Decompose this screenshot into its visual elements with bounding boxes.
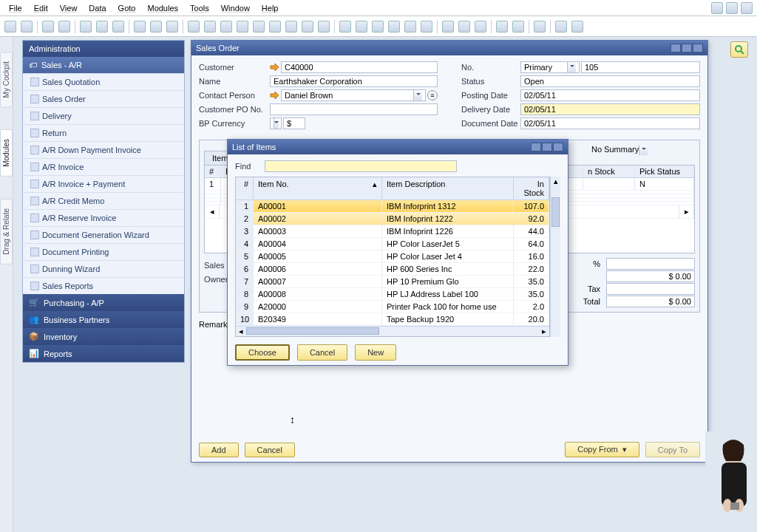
toolbar-icon[interactable] <box>134 21 146 33</box>
window-close-icon[interactable] <box>553 143 563 151</box>
bpcur-dd[interactable] <box>270 117 282 129</box>
nav-item-dunning-wizard[interactable]: Dunning Wizard <box>23 260 184 277</box>
list-col-stock[interactable]: In Stock <box>514 177 549 200</box>
list-hscroll[interactable]: ◂ ▸ <box>236 326 549 336</box>
toolbar-icon[interactable] <box>571 21 583 33</box>
pono-field[interactable] <box>270 103 438 115</box>
toolbar-icon[interactable] <box>21 21 33 33</box>
toolbar-icon[interactable] <box>188 21 200 33</box>
toolbar-icon[interactable] <box>4 21 16 33</box>
add-button[interactable]: Add <box>199 443 239 457</box>
search-button[interactable] <box>730 41 748 58</box>
list-row[interactable]: 9A20000Printer Pack 100 for home use2.0 <box>236 301 549 313</box>
toolbar-icon[interactable] <box>150 21 162 33</box>
list-row[interactable]: 3A00003IBM Infoprint 122644.0 <box>236 225 549 238</box>
menu-window[interactable]: Window <box>217 2 254 14</box>
menu-view[interactable]: View <box>55 2 82 14</box>
list-cancel-button[interactable]: Cancel <box>297 344 347 361</box>
toolbar-icon[interactable] <box>253 21 265 33</box>
toolbar-icon[interactable] <box>372 21 384 33</box>
nav-item-sales-quotation[interactable]: Sales Quotation <box>23 73 184 90</box>
toolbar-icon[interactable] <box>166 21 178 33</box>
menu-tools[interactable]: Tools <box>186 2 214 14</box>
pct-field[interactable] <box>606 258 695 270</box>
toolbar-help-icon[interactable] <box>534 21 546 33</box>
sales-order-titlebar[interactable]: Sales Order <box>191 41 707 55</box>
copy-to-button[interactable]: Copy To <box>645 442 700 457</box>
grid-col-pickstatus[interactable]: Pick Status <box>635 166 694 177</box>
docdate-field[interactable]: 02/05/11 <box>520 117 700 129</box>
menu-modules[interactable]: Modules <box>143 2 183 14</box>
nav-item-ar-reserve-invoice[interactable]: A/R Reserve Invoice <box>23 209 184 226</box>
sidetab-drag-relate[interactable]: Drag & Relate <box>0 199 13 265</box>
list-row[interactable]: 1A00001IBM Inforprint 1312107.0 <box>236 200 549 213</box>
toolbar-icon[interactable] <box>42 21 54 33</box>
link-arrow-icon[interactable] <box>270 63 279 72</box>
nav-item-sales-order[interactable]: Sales Order <box>23 90 184 107</box>
toolbar-icon[interactable] <box>96 21 108 33</box>
list-titlebar[interactable]: List of Items <box>228 140 568 154</box>
nav-item-ar-down-payment[interactable]: A/R Down Payment Invoice <box>23 141 184 158</box>
list-row[interactable]: 7A00007HP 10 Premium Glo35.0 <box>236 276 549 288</box>
window-close-icon[interactable] <box>693 44 703 52</box>
toolbar-icon[interactable] <box>220 21 232 33</box>
toolbar-icon[interactable] <box>237 21 248 33</box>
grid-col-instock[interactable]: n Stock <box>583 166 635 177</box>
list-col-desc[interactable]: Item Description <box>382 177 514 200</box>
toolbar-icon[interactable] <box>555 21 567 33</box>
toolbar-icon[interactable] <box>204 21 216 33</box>
list-row[interactable]: 5A00005HP Color Laser Jet 416.0 <box>236 250 549 263</box>
window-max-icon[interactable] <box>542 143 552 151</box>
toolbar-icon[interactable] <box>80 21 92 33</box>
list-row[interactable]: 8A00008HP LJ Address Label 10035.0 <box>236 288 549 301</box>
toolbar-icon[interactable] <box>442 21 454 33</box>
window-min-icon[interactable] <box>531 143 541 151</box>
list-vscroll[interactable]: ▴ <box>550 177 560 337</box>
nav-business-partners[interactable]: 👥Business Partners <box>23 311 184 328</box>
nav-item-ar-credit-memo[interactable]: A/R Credit Memo <box>23 192 184 209</box>
name-field[interactable]: Earthshaker Corporation <box>270 75 438 87</box>
new-button[interactable]: New <box>355 344 396 361</box>
toolbar-icon[interactable] <box>496 21 508 33</box>
nav-sales-ar[interactable]: 🏷Sales - A/R <box>23 57 184 73</box>
detail-icon[interactable]: ≡ <box>427 90 438 100</box>
nav-reports[interactable]: 📊Reports <box>23 345 184 362</box>
nav-item-doc-printing[interactable]: Document Printing <box>23 243 184 260</box>
dropdown-icon[interactable] <box>567 62 576 72</box>
list-col-itemno[interactable]: Item No.▴ <box>254 177 382 200</box>
menu-file[interactable]: File <box>4 2 27 14</box>
toolbar-icon[interactable] <box>58 21 70 33</box>
nav-purchasing[interactable]: 🛒Purchasing - A/P <box>23 294 184 311</box>
copy-from-button[interactable]: Copy From ▾ <box>565 442 639 457</box>
dropdown-icon[interactable] <box>274 118 279 129</box>
close-icon[interactable] <box>741 2 753 14</box>
bpcur-field[interactable]: $ <box>283 117 305 129</box>
toolbar-icon[interactable] <box>512 21 524 33</box>
list-row[interactable]: 2A00002IBM Infoprint 122292.0 <box>236 213 549 225</box>
grid-col-num[interactable]: # <box>205 166 221 177</box>
nav-item-ar-invoice[interactable]: A/R Invoice <box>23 158 184 175</box>
toolbar-icon[interactable] <box>269 21 281 33</box>
sidetab-cockpit[interactable]: My Cockpit <box>0 52 13 107</box>
toolbar-icon[interactable] <box>388 21 400 33</box>
menu-goto[interactable]: Goto <box>114 2 140 14</box>
window-max-icon[interactable] <box>682 44 692 52</box>
list-row[interactable]: 6A00006HP 600 Series Inc22.0 <box>236 263 549 276</box>
nav-item-delivery[interactable]: Delivery <box>23 107 184 124</box>
toolbar-icon[interactable] <box>404 21 416 33</box>
no-type-field[interactable]: Primary <box>520 61 580 73</box>
find-input[interactable] <box>265 160 457 172</box>
list-row[interactable]: 10B20349Tape Backup 192020.0 <box>236 313 549 326</box>
delivery-field[interactable]: 02/05/11 <box>520 103 700 115</box>
window-min-icon[interactable] <box>671 44 681 52</box>
posting-field[interactable]: 02/05/11 <box>520 89 700 101</box>
link-arrow-icon[interactable] <box>270 91 279 100</box>
nav-item-doc-gen-wizard[interactable]: Document Generation Wizard <box>23 226 184 243</box>
toolbar-icon[interactable] <box>112 21 124 33</box>
nav-inventory[interactable]: 📦Inventory <box>23 328 184 345</box>
toolbar-icon[interactable] <box>421 21 432 33</box>
nav-item-ar-invoice-payment[interactable]: A/R Invoice + Payment <box>23 175 184 192</box>
nav-item-sales-reports[interactable]: Sales Reports <box>23 277 184 294</box>
dropdown-icon[interactable] <box>413 90 422 100</box>
toolbar-icon[interactable] <box>285 21 297 33</box>
